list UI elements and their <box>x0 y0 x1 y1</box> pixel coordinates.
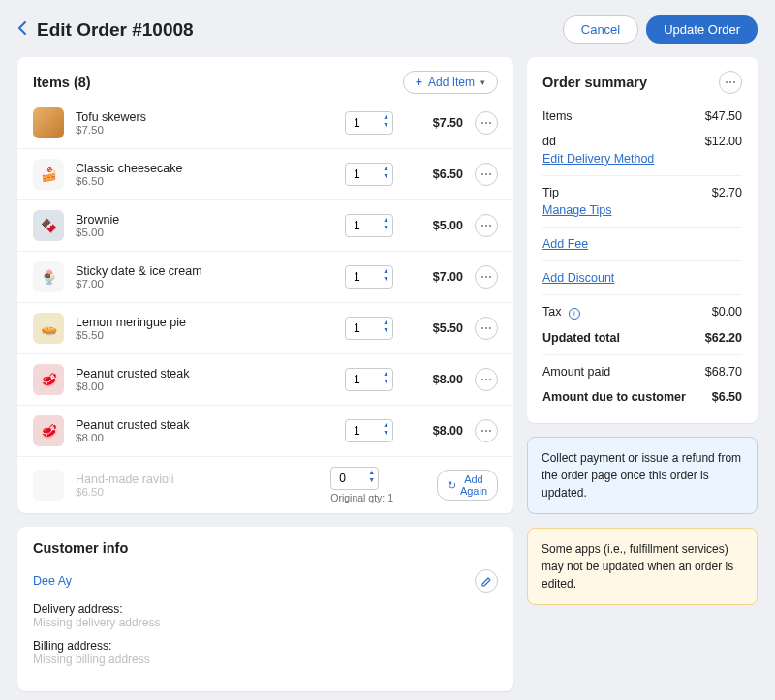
qty-input[interactable] <box>345 163 393 186</box>
add-fee-link[interactable]: Add Fee <box>542 237 588 251</box>
delivery-address-value: Missing delivery address <box>33 616 498 629</box>
summary-tip-label: Tip <box>542 186 559 199</box>
item-row: 🍰 Classic cheesecake $6.50 ▲▼ $6.50 ⋯ <box>17 148 513 199</box>
qty-input[interactable] <box>345 214 393 237</box>
item-unit-price: $6.50 <box>76 486 319 498</box>
item-menu-button[interactable]: ⋯ <box>475 368 498 391</box>
item-total: $7.00 <box>405 270 463 284</box>
item-total: $5.50 <box>405 321 463 335</box>
items-card: Items (8) + Add Item ▾ Tofu skewers $7.5… <box>17 57 513 513</box>
item-total: $5.00 <box>405 219 463 232</box>
add-again-label: Add Again <box>460 473 487 497</box>
updated-total-label: Updated total <box>542 331 620 345</box>
edit-delivery-method-link[interactable]: Edit Delivery Method <box>542 152 742 166</box>
info-banner: Collect payment or issue a refund from t… <box>527 437 758 514</box>
item-row: 🥩 Peanut crusted steak $8.00 ▲▼ $8.00 ⋯ <box>17 405 513 456</box>
amount-due-label: Amount due to customer <box>542 390 686 404</box>
add-item-button[interactable]: + Add Item ▾ <box>403 71 498 94</box>
customer-name-link[interactable]: Dee Ay <box>33 574 72 588</box>
updated-total-value: $62.20 <box>705 331 742 345</box>
item-row: 🍨 Sticky date & ice cream $7.00 ▲▼ $7.00… <box>17 251 513 302</box>
billing-address-value: Missing billing address <box>33 653 498 666</box>
item-name: Peanut crusted steak <box>76 418 333 432</box>
chevron-down-icon: ▾ <box>480 77 485 87</box>
item-total: $8.00 <box>405 424 463 438</box>
item-unit-price: $5.50 <box>76 329 333 341</box>
customer-title: Customer info <box>33 540 128 556</box>
add-item-label: Add Item <box>428 76 475 89</box>
plus-icon: + <box>416 76 422 89</box>
summary-items-label: Items <box>542 109 573 123</box>
warning-banner: Some apps (i.e., fulfillment services) m… <box>527 528 758 605</box>
billing-address-label: Billing address: <box>33 639 498 653</box>
items-title: Items (8) <box>33 75 91 90</box>
summary-tax-label: Tax <box>542 305 561 319</box>
item-thumb <box>33 470 64 501</box>
removed-item-row: Hand-made ravioli $6.50 ▲▼ Original qty:… <box>17 456 513 513</box>
item-unit-price: $5.00 <box>76 227 333 238</box>
amount-paid-label: Amount paid <box>542 365 610 379</box>
refresh-icon: ↻ <box>448 479 456 492</box>
item-row: 🥩 Peanut crusted steak $8.00 ▲▼ $8.00 ⋯ <box>17 353 513 405</box>
item-menu-button[interactable]: ⋯ <box>475 163 498 186</box>
item-unit-price: $8.00 <box>76 432 333 443</box>
item-name: Lemon meringue pie <box>76 316 333 329</box>
edit-customer-button[interactable] <box>475 569 498 593</box>
item-row: Tofu skewers $7.50 ▲▼ $7.50 ⋯ <box>17 104 513 148</box>
item-menu-button[interactable]: ⋯ <box>475 214 498 237</box>
item-menu-button[interactable]: ⋯ <box>475 265 498 289</box>
item-unit-price: $8.00 <box>76 380 333 392</box>
summary-card: Order summary ⋯ Items $47.50 dd $12.00 E… <box>527 57 758 423</box>
item-unit-price: $6.50 <box>76 175 333 187</box>
qty-input[interactable] <box>345 317 393 340</box>
original-qty-label: Original qty: 1 <box>330 492 393 503</box>
item-thumb <box>33 107 64 138</box>
add-discount-link[interactable]: Add Discount <box>542 271 614 285</box>
summary-menu-button[interactable]: ⋯ <box>719 71 742 94</box>
item-total: $7.50 <box>405 116 463 130</box>
item-thumb: 🥧 <box>33 313 64 344</box>
item-unit-price: $7.00 <box>76 278 333 289</box>
delivery-address-label: Delivery address: <box>33 602 498 616</box>
summary-tip-value: $2.70 <box>712 186 742 199</box>
qty-input[interactable] <box>345 265 393 289</box>
summary-tax-value: $0.00 <box>712 305 742 319</box>
summary-items-value: $47.50 <box>705 109 742 123</box>
item-unit-price: $7.50 <box>76 124 333 136</box>
item-thumb: 🥩 <box>33 415 64 446</box>
manage-tips-link[interactable]: Manage Tips <box>542 203 742 217</box>
item-total: $8.00 <box>405 373 463 386</box>
qty-input[interactable] <box>345 111 393 135</box>
item-name: Hand-made ravioli <box>76 472 319 486</box>
summary-dd-value: $12.00 <box>705 135 742 148</box>
page-title: Edit Order #10008 <box>37 19 194 41</box>
item-menu-button[interactable]: ⋯ <box>475 111 498 135</box>
amount-paid-value: $68.70 <box>705 365 742 379</box>
item-thumb: 🍨 <box>33 261 64 292</box>
item-name: Sticky date & ice cream <box>76 264 333 278</box>
item-total: $6.50 <box>405 167 463 181</box>
item-row: 🍫 Brownie $5.00 ▲▼ $5.00 ⋯ <box>17 199 513 251</box>
item-thumb: 🍫 <box>33 210 64 241</box>
item-row: 🥧 Lemon meringue pie $5.50 ▲▼ $5.50 ⋯ <box>17 302 513 353</box>
add-again-button[interactable]: ↻ Add Again <box>437 470 498 501</box>
summary-title: Order summary <box>542 75 647 90</box>
summary-dd-label: dd <box>542 135 556 148</box>
update-order-button[interactable]: Update Order <box>646 15 758 44</box>
info-icon[interactable]: i <box>569 308 580 320</box>
amount-due-value: $6.50 <box>712 390 742 404</box>
item-menu-button[interactable]: ⋯ <box>475 419 498 442</box>
qty-input[interactable] <box>345 419 393 442</box>
item-menu-button[interactable]: ⋯ <box>475 317 498 340</box>
back-icon[interactable] <box>17 21 27 39</box>
qty-input[interactable] <box>345 368 393 391</box>
item-name: Brownie <box>76 213 333 227</box>
qty-input[interactable] <box>330 467 379 490</box>
item-thumb: 🍰 <box>33 159 64 190</box>
cancel-button[interactable]: Cancel <box>563 15 638 44</box>
item-name: Tofu skewers <box>76 110 333 124</box>
item-name: Classic cheesecake <box>76 162 333 175</box>
item-name: Peanut crusted steak <box>76 367 333 380</box>
item-thumb: 🥩 <box>33 364 64 395</box>
customer-card: Customer info Dee Ay Delivery address: M… <box>17 527 513 691</box>
